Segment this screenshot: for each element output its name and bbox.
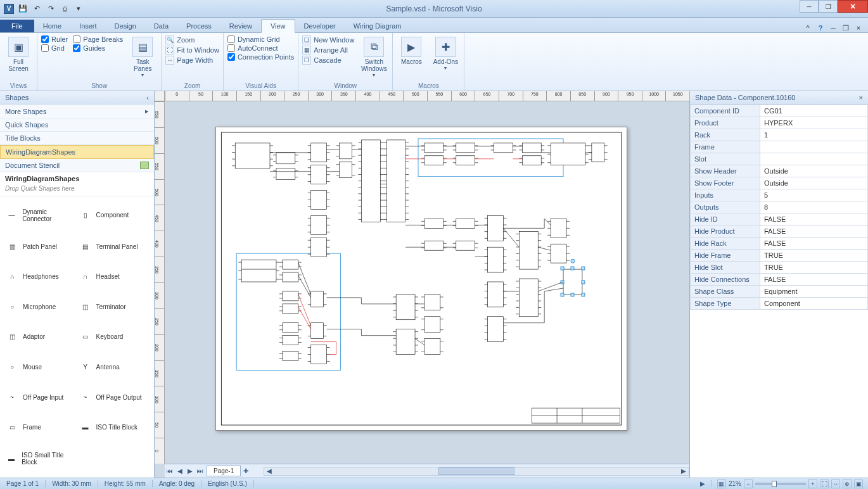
shape-item[interactable]: ▭Keyboard	[79, 324, 150, 350]
tab-design[interactable]: Design	[106, 20, 145, 32]
property-value[interactable]: 1	[760, 129, 868, 141]
property-value[interactable]: CG01	[760, 105, 868, 117]
maximize-button[interactable]: ❐	[819, 0, 838, 13]
fit-to-window-button[interactable]: ⛶Fit to Window	[165, 46, 219, 54]
stencil-edit-icon[interactable]	[140, 162, 149, 169]
property-value[interactable]	[760, 141, 868, 153]
switch-windows-button[interactable]: ⧉Switch Windows▾	[359, 35, 388, 79]
page-first-icon[interactable]: ⏮	[165, 467, 175, 474]
zoom-in-button[interactable]: +	[808, 479, 817, 488]
property-value[interactable]: FALSE	[760, 238, 868, 250]
title-blocks-row[interactable]: Title Blocks	[0, 132, 154, 145]
table-row[interactable]: Hide SlotTRUE	[691, 262, 868, 274]
page-breaks-checkbox[interactable]: Page Breaks	[73, 35, 123, 43]
shapes-collapse-icon[interactable]: ‹	[146, 94, 149, 101]
minimize-button[interactable]: ─	[800, 0, 819, 13]
zoom-level[interactable]: 21%	[729, 480, 741, 487]
drawing-page[interactable]	[215, 127, 627, 431]
doc-minimize-icon[interactable]: ─	[829, 23, 838, 32]
connection-points-checkbox[interactable]: Connection Points	[227, 53, 294, 61]
page-last-icon[interactable]: ⏭	[195, 467, 205, 474]
task-panes-button[interactable]: ▤Task Panes▾	[128, 35, 157, 79]
full-screen-status-icon[interactable]: ▣	[854, 479, 863, 488]
tab-review[interactable]: Review	[220, 20, 261, 32]
dynamic-grid-checkbox[interactable]: Dynamic Grid	[227, 35, 294, 43]
table-row[interactable]: Slot	[691, 153, 868, 165]
property-value[interactable]: Equipment	[760, 286, 868, 298]
status-language[interactable]: English (U.S.)	[201, 480, 254, 487]
shape-item[interactable]: ▥Patch Panel	[5, 234, 76, 260]
property-value[interactable]: Outside	[760, 165, 868, 177]
close-button[interactable]: ×	[838, 0, 868, 13]
macros-button[interactable]: ▶Macros	[397, 35, 426, 67]
save-icon[interactable]: 💾	[16, 3, 29, 15]
ribbon-minimize-icon[interactable]: ^	[803, 23, 812, 32]
tab-developer[interactable]: Developer	[295, 20, 345, 32]
addons-button[interactable]: ✚Add-Ons▾	[431, 35, 460, 72]
shape-item[interactable]: ○Microphone	[5, 295, 76, 320]
shape-item[interactable]: —Dynamic Connector	[5, 201, 76, 229]
shape-item[interactable]: ~Off Page Output	[79, 384, 150, 410]
arrange-all-button[interactable]: ▦Arrange All	[302, 46, 354, 54]
visio-app-icon[interactable]: V	[3, 3, 15, 15]
shape-item[interactable]: ▯Component	[79, 201, 150, 229]
ruler-vertical[interactable]: 650600550500450400350300250200150100500	[155, 101, 165, 464]
shape-item[interactable]: ◫Terminator	[79, 295, 150, 320]
more-shapes-row[interactable]: More Shapes▸	[0, 105, 154, 118]
tab-view[interactable]: View	[261, 19, 295, 33]
zoom-out-button[interactable]: −	[744, 479, 753, 488]
page-tab-1[interactable]: Page-1	[207, 466, 241, 476]
table-row[interactable]: Shape TypeComponent	[691, 298, 868, 310]
selected-component[interactable]	[561, 259, 585, 296]
status-page[interactable]: Page 1 of 1	[0, 480, 46, 487]
undo-icon[interactable]: ↶	[30, 3, 43, 15]
property-value[interactable]: TRUE	[760, 262, 868, 274]
page-prev-icon[interactable]: ◀	[175, 467, 185, 474]
shape-item[interactable]: ∩Headphones	[5, 264, 76, 289]
property-value[interactable]: FALSE	[760, 225, 868, 238]
property-value[interactable]: HYPERX	[760, 117, 868, 129]
quick-shapes-row[interactable]: Quick Shapes	[0, 118, 154, 132]
zoom-slider[interactable]	[755, 483, 806, 485]
table-row[interactable]: Outputs8	[691, 201, 868, 213]
pan-icon[interactable]: ⊕	[843, 479, 852, 488]
property-value[interactable]: Component	[760, 298, 868, 310]
table-row[interactable]: ProductHYPERX	[691, 117, 868, 129]
property-value[interactable]: Outside	[760, 177, 868, 189]
table-row[interactable]: Component IDCG01	[691, 105, 868, 117]
ruler-checkbox[interactable]: Ruler	[41, 35, 68, 43]
table-row[interactable]: Inputs5	[691, 189, 868, 201]
doc-restore-icon[interactable]: ❐	[841, 23, 850, 32]
canvas-body[interactable]	[165, 101, 689, 464]
redo-icon[interactable]: ↷	[44, 3, 57, 15]
print-icon[interactable]: ⎙	[58, 3, 71, 15]
shape-item[interactable]: ~Off Page Input	[5, 384, 76, 410]
tab-home[interactable]: Home	[34, 20, 70, 32]
property-value[interactable]: FALSE	[760, 213, 868, 225]
property-value[interactable]: TRUE	[760, 250, 868, 262]
shape-item[interactable]: ▤Terminal Panel	[79, 234, 150, 260]
shape-item[interactable]: YAntenna	[79, 355, 150, 380]
new-window-button[interactable]: ❏New Window	[302, 35, 354, 44]
table-row[interactable]: Frame	[691, 141, 868, 153]
tab-file[interactable]: File	[0, 20, 34, 32]
shape-item[interactable]: ▭Frame	[5, 415, 76, 440]
ruler-horizontal[interactable]: 0501001502002503003504004505005506006507…	[165, 91, 689, 101]
shape-item[interactable]: ∩Headset	[79, 264, 150, 289]
table-row[interactable]: Hide ConnectionsFALSE	[691, 274, 868, 286]
table-row[interactable]: Hide IDFALSE	[691, 213, 868, 225]
property-value[interactable]: 8	[760, 201, 868, 213]
tab-wiring-diagram[interactable]: Wiring Diagram	[345, 20, 411, 32]
table-row[interactable]: Hide RackFALSE	[691, 238, 868, 250]
document-stencil-row[interactable]: Document Stencil	[0, 159, 154, 172]
tab-data[interactable]: Data	[145, 20, 177, 32]
table-row[interactable]: Hide ProductFALSE	[691, 225, 868, 238]
status-macro-record-icon[interactable]: ▶	[694, 480, 712, 487]
property-value[interactable]: FALSE	[760, 274, 868, 286]
shape-item[interactable]: ▬ISO Title Block	[79, 415, 150, 440]
zoom-level-icon[interactable]: ▦	[717, 479, 726, 488]
cascade-button[interactable]: ❐Cascade	[302, 56, 354, 65]
page-add-icon[interactable]: ✚	[241, 467, 251, 474]
fit-page-icon[interactable]: ⛶	[820, 479, 829, 488]
doc-close-icon[interactable]: ×	[854, 23, 863, 32]
